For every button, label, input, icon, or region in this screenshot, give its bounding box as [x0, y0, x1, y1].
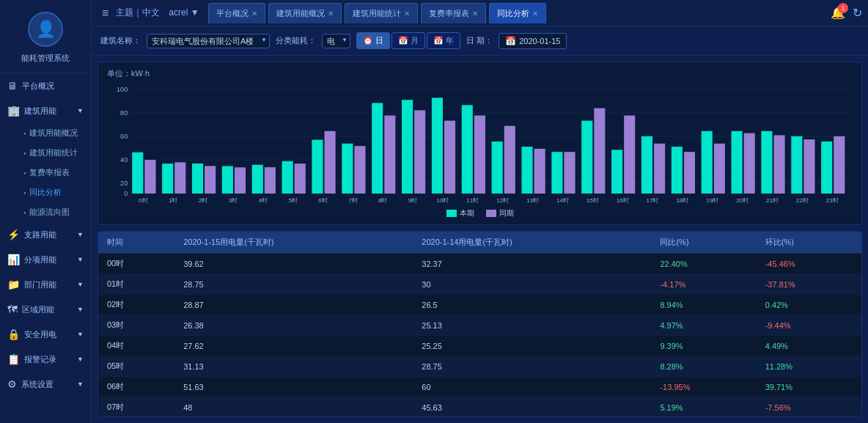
- table-cell: 27.62: [174, 336, 413, 356]
- svg-text:16时: 16时: [617, 197, 629, 204]
- refresh-button[interactable]: ↻: [853, 6, 862, 20]
- svg-rect-20: [222, 166, 233, 194]
- svg-rect-27: [295, 163, 306, 194]
- sidebar-section-building[interactable]: 🏢 建筑用能 ▼: [0, 98, 91, 123]
- building-select[interactable]: 安科瑞电气股份有限公司A楼: [147, 34, 270, 48]
- subitem-icon: 📊: [7, 254, 20, 265]
- table-cell: 25.25: [413, 336, 651, 356]
- sidebar-section-dept[interactable]: 📁 部门用能 ▼: [0, 272, 91, 297]
- svg-rect-71: [732, 131, 743, 194]
- tab-tariff[interactable]: 复费率报表 ✕: [421, 3, 486, 23]
- tab-platform[interactable]: 平台概况 ✕: [208, 3, 265, 23]
- svg-rect-11: [132, 152, 143, 194]
- table-cell: 9.39%: [651, 336, 756, 356]
- building-label: 建筑名称：: [100, 35, 141, 46]
- category-select-wrap: 电: [322, 34, 350, 48]
- btn-month[interactable]: 📅 月: [391, 32, 425, 49]
- data-table: 时间 2020-1-15用电量(千瓦时) 2020-1-14用电量(千瓦时) 同…: [98, 232, 861, 417]
- table-cell: 25.13: [413, 315, 651, 336]
- table-cell: 00时: [98, 254, 174, 274]
- table-cell: -37.81%: [757, 274, 861, 295]
- table-cell: 48: [174, 397, 413, 418]
- sidebar-item-building-stats[interactable]: 建筑用能统计: [13, 143, 91, 163]
- svg-text:2时: 2时: [199, 197, 208, 204]
- table-row: 04时27.6225.259.39%4.49%: [98, 336, 861, 356]
- tab-tariff-label: 复费率报表: [429, 8, 469, 19]
- svg-rect-74: [761, 131, 772, 194]
- table-cell: 22.40%: [651, 254, 756, 274]
- sidebar-section-alarm[interactable]: 📋 报警记录 ▼: [0, 347, 91, 372]
- tab-building-overview[interactable]: 建筑用能概况 ✕: [268, 3, 342, 23]
- svg-rect-21: [235, 167, 246, 194]
- settings-chevron-icon: ▼: [77, 380, 84, 388]
- tab-yoy-close[interactable]: ✕: [532, 10, 538, 18]
- safety-chevron-icon: ▼: [77, 331, 84, 338]
- svg-rect-26: [282, 161, 293, 194]
- btn-month-label: 月: [411, 36, 419, 45]
- table-cell: 8.28%: [651, 356, 756, 377]
- table-cell: 30: [413, 274, 651, 295]
- sidebar-item-yoy-analysis[interactable]: 同比分析: [13, 183, 91, 202]
- subitem-chevron-icon: ▼: [77, 256, 84, 263]
- legend-current-color: [446, 210, 457, 217]
- svg-rect-24: [265, 167, 276, 194]
- sidebar-item-tariff-report[interactable]: 复费率报表: [13, 163, 91, 183]
- notification-button[interactable]: 🔔 1: [831, 6, 845, 20]
- btn-day[interactable]: ⏰ 日: [356, 32, 390, 49]
- svg-text:80: 80: [120, 109, 128, 117]
- tab-platform-close[interactable]: ✕: [251, 10, 257, 18]
- tab-building-stats-close[interactable]: ✕: [404, 10, 410, 18]
- svg-rect-48: [504, 126, 515, 194]
- chevron-icon: ▼: [77, 107, 84, 114]
- svg-text:100: 100: [117, 86, 128, 93]
- table-cell: 28.75: [174, 274, 413, 295]
- svg-rect-72: [744, 133, 755, 194]
- building-icon: 🏢: [7, 105, 20, 117]
- sidebar-section-safety[interactable]: 🔒 安全用电 ▼: [0, 322, 91, 347]
- tab-yoy-label: 同比分析: [497, 8, 529, 19]
- sidebar-sub-building: 建筑用能概况 建筑用能统计 复费率报表 同比分析 能源流向图: [0, 123, 91, 222]
- svg-text:6时: 6时: [318, 197, 328, 204]
- table-row: 03时26.3825.134.97%-9.44%: [98, 315, 861, 336]
- svg-rect-39: [414, 110, 425, 194]
- tab-building-stats[interactable]: 建筑用能统计 ✕: [345, 3, 418, 23]
- table-wrap: 时间 2020-1-15用电量(千瓦时) 2020-1-14用电量(千瓦时) 同…: [98, 231, 862, 417]
- svg-text:4时: 4时: [259, 197, 268, 204]
- sidebar-label-building: 建筑用能: [24, 106, 56, 117]
- sidebar-label-platform: 平台概况: [22, 81, 54, 92]
- sidebar-nav: 🖥 平台概况 🏢 建筑用能 ▼ 建筑用能概况 建筑用能统计 复费率报表 同比分析…: [0, 73, 91, 397]
- svg-text:10时: 10时: [436, 197, 449, 204]
- date-value: 2020-01-15: [519, 37, 560, 45]
- sidebar-section-subitem[interactable]: 📊 分项用能 ▼: [0, 247, 91, 272]
- svg-rect-12: [144, 160, 155, 194]
- svg-rect-33: [354, 146, 365, 194]
- svg-rect-80: [821, 141, 832, 194]
- menu-icon[interactable]: ≡: [98, 7, 113, 20]
- sidebar-item-platform[interactable]: 🖥 平台概况: [0, 73, 91, 98]
- table-cell: -7.56%: [757, 397, 861, 418]
- sidebar-label-region: 区域用能: [22, 304, 54, 315]
- table-cell: 32.37: [413, 254, 651, 274]
- sidebar-item-building-overview[interactable]: 建筑用能概况: [13, 123, 91, 143]
- tab-platform-label: 平台概况: [216, 8, 249, 19]
- branch-chevron-icon: ▼: [77, 231, 84, 238]
- svg-rect-78: [803, 139, 814, 194]
- category-select[interactable]: 电: [322, 34, 350, 48]
- sidebar-item-energy-flow[interactable]: 能源流向图: [13, 202, 91, 222]
- sidebar-section-region[interactable]: 🗺 区域用能 ▼: [0, 297, 91, 322]
- svg-rect-63: [654, 144, 665, 194]
- tab-building-overview-close[interactable]: ✕: [328, 10, 334, 18]
- svg-text:1时: 1时: [169, 197, 178, 204]
- table-cell: 28.87: [174, 295, 413, 315]
- svg-rect-77: [791, 136, 802, 194]
- sidebar-section-branch[interactable]: ⚡ 支路用能 ▼: [0, 222, 91, 247]
- tab-yoy[interactable]: 同比分析 ✕: [489, 3, 546, 23]
- svg-text:18时: 18时: [676, 197, 688, 204]
- sidebar-section-settings[interactable]: ⚙ 系统设置 ▼: [0, 372, 91, 397]
- settings-icon: ⚙: [7, 378, 17, 390]
- safety-icon: 🔒: [7, 328, 20, 340]
- svg-text:23时: 23时: [826, 197, 839, 204]
- tab-tariff-close[interactable]: ✕: [472, 10, 478, 18]
- table-cell: 04时: [98, 336, 174, 356]
- btn-year[interactable]: 📅 年: [427, 32, 460, 49]
